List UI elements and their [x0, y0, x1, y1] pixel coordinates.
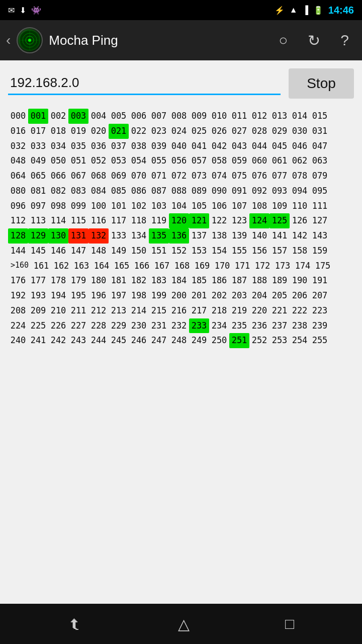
cell-005: 005 [109, 109, 129, 124]
cell-063: 063 [310, 153, 330, 169]
help-icon[interactable]: ? [333, 32, 356, 49]
recents-nav-icon[interactable]: □ [285, 615, 294, 632]
cell-021: 021 [109, 124, 129, 139]
cell-131: 131 [68, 228, 88, 244]
cell-186: 186 [209, 273, 229, 288]
cell-227: 227 [68, 318, 88, 334]
cell-238: 238 [290, 318, 310, 334]
grid-row: 2242252262272282292302312322332342352362… [8, 318, 354, 334]
cell-115: 115 [68, 213, 88, 228]
cell-049: 049 [28, 153, 48, 169]
cell-101: 101 [109, 199, 129, 214]
cell-246: 246 [129, 333, 149, 348]
cell-009: 009 [189, 109, 209, 124]
cell-098: 098 [48, 199, 68, 214]
cell-123: 123 [229, 213, 249, 228]
cell-209: 209 [28, 303, 48, 318]
cell-066: 066 [48, 169, 68, 184]
cell-191: 191 [310, 273, 330, 288]
cell-152: 152 [169, 244, 189, 259]
cell-173: 173 [273, 259, 293, 274]
refresh-icon[interactable]: ↻ [301, 32, 327, 49]
cell-044: 044 [249, 139, 269, 154]
grid-row: 2082092102112122132142152162172182192202… [8, 303, 354, 318]
nav-bar: ⮬ △ □ [0, 604, 362, 644]
cell-165: 165 [112, 259, 132, 274]
cell-067: 067 [68, 169, 88, 184]
back-button[interactable]: ‹ [6, 32, 11, 48]
cell-178: 178 [48, 273, 68, 288]
cell-241: 241 [28, 333, 48, 348]
cell-175: 175 [313, 259, 333, 274]
cell-102: 102 [129, 199, 149, 214]
home-nav-icon[interactable]: △ [178, 615, 190, 633]
cell-018: 018 [48, 124, 68, 139]
cell-219: 219 [229, 303, 249, 318]
cell-222: 222 [290, 303, 310, 318]
cell-144: 144 [8, 244, 28, 259]
grid-row: 0800810820830840850860870880890900910920… [8, 184, 354, 199]
cell-029: 029 [269, 124, 290, 139]
cell-168: 168 [172, 259, 192, 274]
cell-026: 026 [209, 124, 229, 139]
cell-203: 203 [229, 288, 249, 303]
grid-row: 1761771781791801811821831841851861871881… [8, 273, 354, 288]
cell-225: 225 [28, 318, 48, 334]
cell-059: 059 [229, 153, 249, 169]
cell-013: 013 [269, 109, 290, 124]
cell-167: 167 [152, 259, 172, 274]
cell-045: 045 [269, 139, 290, 154]
cell-073: 073 [189, 169, 209, 184]
cell-151: 151 [149, 244, 169, 259]
cell-136: 136 [169, 228, 189, 244]
cell-215: 215 [149, 303, 169, 318]
search-icon[interactable]: ○ [272, 32, 295, 49]
cell-129: 129 [28, 228, 48, 244]
cell-033: 033 [28, 139, 48, 154]
grid-row: 1441451461471481491501511521531541551561… [8, 244, 354, 259]
cell-254: 254 [290, 333, 310, 348]
cell-235: 235 [229, 318, 249, 334]
cell-010: 010 [209, 109, 229, 124]
stop-button[interactable]: Stop [289, 68, 354, 99]
cell-124: 124 [249, 213, 269, 228]
cell-076: 076 [249, 169, 269, 184]
cell-204: 204 [249, 288, 269, 303]
cell-016: 016 [8, 124, 28, 139]
cell-081: 081 [28, 184, 48, 199]
cell-075: 075 [229, 169, 249, 184]
cell-194: 194 [48, 288, 68, 303]
cell-052: 052 [88, 153, 109, 169]
ip-input[interactable] [8, 72, 281, 95]
cell-025: 025 [189, 124, 209, 139]
cell-017: 017 [28, 124, 48, 139]
back-nav-icon[interactable]: ⮬ [68, 615, 83, 632]
cell-011: 011 [229, 109, 249, 124]
cell-064: 064 [8, 169, 28, 184]
cell-158: 158 [290, 244, 310, 259]
cell-104: 104 [169, 199, 189, 214]
cell-190: 190 [290, 273, 310, 288]
cell-001: 001 [28, 109, 48, 124]
cell-077: 077 [269, 169, 290, 184]
grid-row: 2402412422432442452462472482492502512522… [8, 333, 354, 348]
cell-112: 112 [8, 213, 28, 228]
cell-216: 216 [169, 303, 189, 318]
cell-179: 179 [68, 273, 88, 288]
cell-180: 180 [88, 273, 109, 288]
cell-058: 058 [209, 153, 229, 169]
status-time: 14:46 [328, 5, 354, 16]
grid-row: 0320330340350360370380390400410420430440… [8, 139, 354, 154]
cell-068: 068 [88, 169, 109, 184]
cell-239: 239 [310, 318, 330, 334]
cell-220: 220 [249, 303, 269, 318]
cell-024: 024 [169, 124, 189, 139]
cell-140: 140 [249, 228, 269, 244]
cell-155: 155 [229, 244, 249, 259]
cell-039: 039 [149, 139, 169, 154]
cell-038: 038 [129, 139, 149, 154]
cell-201: 201 [189, 288, 209, 303]
cell-141: 141 [269, 228, 290, 244]
cell-148: 148 [88, 244, 109, 259]
cell-122: 122 [209, 213, 229, 228]
